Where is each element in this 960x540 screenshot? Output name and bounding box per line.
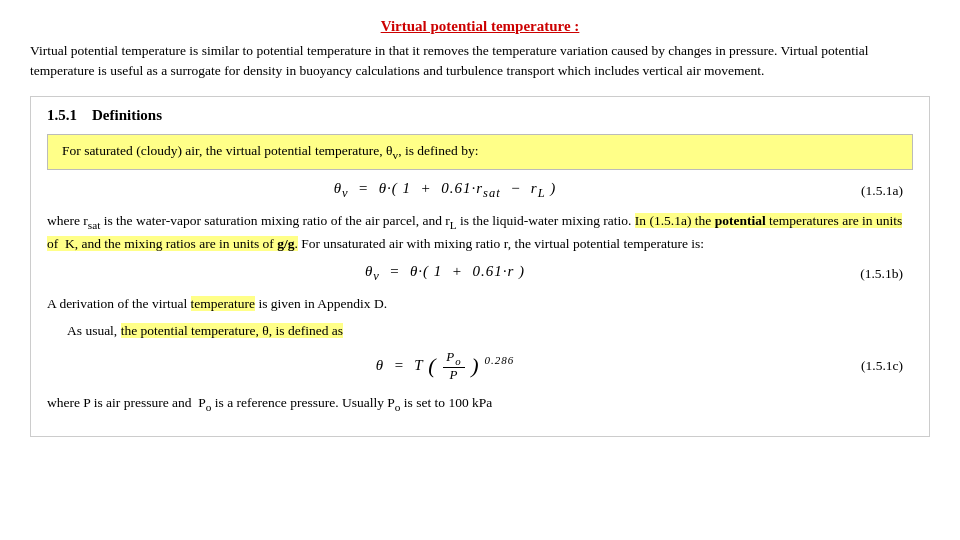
equation-1a-row: θv = θ·( 1 + 0.61·rsat − rL ) (1.5.1a) (47, 180, 913, 201)
equation-1c: θ = T ( Po P ) 0.286 (57, 350, 833, 383)
equation-1b: θv = θ·( 1 + 0.61·r ) (57, 263, 833, 284)
equation-1c-label: (1.5.1c) (833, 358, 903, 374)
section-number: 1.5.1 (47, 107, 77, 123)
equation-1b-label: (1.5.1b) (833, 266, 903, 282)
body-text-3: A derivation of the virtual temperature … (47, 294, 913, 315)
page-container: Virtual potential temperature : Virtual … (30, 18, 930, 437)
section-heading: 1.5.1 Definitions (47, 107, 913, 124)
highlight-text-1: For saturated (cloudy) air, the virtual … (62, 143, 478, 158)
highlight-box-1: For saturated (cloudy) air, the virtual … (47, 134, 913, 171)
equation-1b-row: θv = θ·( 1 + 0.61·r ) (1.5.1b) (47, 263, 913, 284)
body-text-1: where rsat is the water-vapor saturation… (47, 211, 913, 255)
section-title: Definitions (92, 107, 162, 123)
intro-paragraph: Virtual potential temperature is similar… (30, 41, 930, 82)
equation-1c-row: θ = T ( Po P ) 0.286 (1.5.1c) (47, 350, 913, 383)
page-title: Virtual potential temperature : (30, 18, 930, 35)
equation-1a-label: (1.5.1a) (833, 183, 903, 199)
body-text-5: where P is air pressure and Po is a refe… (47, 393, 913, 416)
equation-1a: θv = θ·( 1 + 0.61·rsat − rL ) (57, 180, 833, 201)
body-text-4: As usual, the potential temperature, θ, … (67, 321, 913, 342)
definitions-section: 1.5.1 Definitions For saturated (cloudy)… (30, 96, 930, 437)
